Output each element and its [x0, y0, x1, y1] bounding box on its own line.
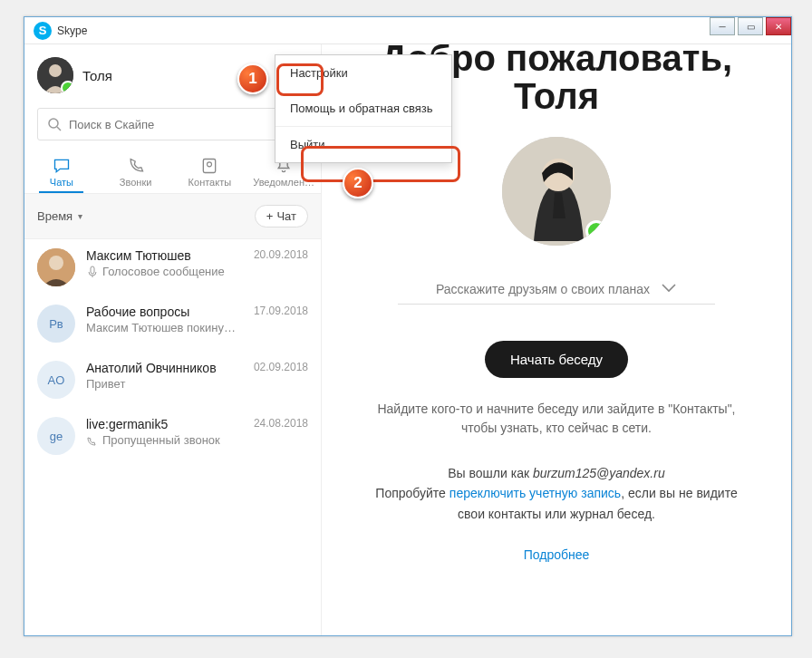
hint-text: Найдите кого-то и начните беседу или зай… [366, 400, 747, 438]
window-title: Skype [57, 24, 87, 37]
chat-item[interactable]: Рв Рабочие вопросы 17.09.2018 Максим Тют… [24, 295, 321, 352]
svg-line-3 [57, 127, 61, 131]
tab-chats[interactable]: Чаты [24, 148, 99, 193]
svg-rect-4 [204, 160, 216, 173]
start-conversation-button[interactable]: Начать беседу [485, 341, 628, 378]
highlight-ring-1 [276, 63, 324, 96]
chat-date: 17.09.2018 [254, 305, 308, 319]
mic-icon [86, 266, 99, 278]
maximize-button[interactable]: ▭ [738, 17, 763, 35]
svg-point-2 [49, 119, 58, 128]
skype-logo-icon: S [34, 22, 52, 40]
window-buttons: ─ ▭ ✕ [707, 17, 791, 35]
chat-name: Максим Тютюшев [86, 248, 191, 263]
sort-dropdown[interactable]: Время ▾ [37, 209, 82, 223]
new-chat-button[interactable]: + Чат [255, 205, 308, 227]
section-header: Время ▾ + Чат [24, 194, 321, 239]
chat-name: Анатолий Овчинников [86, 361, 217, 375]
login-info: Вы вошли как burzum125@yandex.ru Попробу… [366, 463, 747, 524]
chat-icon [52, 157, 72, 175]
profile-avatar-large[interactable] [502, 137, 611, 246]
phone-icon [126, 157, 146, 175]
search-input[interactable] [69, 118, 298, 131]
svg-point-5 [208, 162, 212, 167]
chat-date: 02.09.2018 [254, 361, 308, 375]
missed-call-icon [86, 434, 99, 447]
self-name: Толя [82, 68, 112, 83]
chat-preview: Пропущенный звонок [86, 433, 308, 447]
chat-avatar: ge [37, 417, 75, 455]
search-box[interactable] [37, 108, 308, 140]
chat-avatar: AO [37, 361, 75, 399]
tab-label: Звонки [120, 177, 152, 188]
switch-account-link[interactable]: переключить учетную запись [450, 486, 621, 500]
chat-name: live:germanik5 [86, 417, 168, 431]
search-icon [47, 117, 62, 131]
contacts-icon [199, 157, 219, 175]
edit-chevron-icon [661, 283, 677, 295]
chat-item[interactable]: Максим Тютюшев 20.09.2018 Голосовое сооб… [24, 239, 321, 295]
svg-point-7 [49, 256, 63, 270]
learn-more-link[interactable]: Подробнее [524, 547, 590, 562]
chat-preview: Голосовое сообщение [86, 265, 308, 278]
chat-preview: Привет [86, 377, 308, 391]
chevron-down-icon: ▾ [78, 211, 82, 221]
sort-label: Время [37, 209, 72, 223]
status-placeholder: Расскажите друзьям о своих планах [436, 282, 650, 296]
chat-list: Максим Тютюшев 20.09.2018 Голосовое сооб… [24, 239, 321, 635]
self-avatar[interactable] [37, 57, 73, 93]
minimize-button[interactable]: ─ [710, 17, 735, 35]
chat-item[interactable]: ge live:germanik5 24.08.2018 Пропущенный… [24, 408, 321, 464]
highlight-ring-2 [301, 146, 460, 182]
plus-icon: + [266, 209, 274, 223]
titlebar: S Skype ─ ▭ ✕ [24, 17, 791, 44]
chat-name: Рабочие вопросы [86, 305, 189, 319]
login-email: burzum125@yandex.ru [533, 466, 665, 480]
svg-point-1 [49, 64, 62, 77]
callout-marker-1: 1 [237, 63, 268, 94]
tab-label: Контакты [188, 177, 232, 188]
svg-rect-8 [91, 266, 94, 274]
close-button[interactable]: ✕ [766, 17, 791, 35]
new-chat-label: Чат [276, 209, 296, 223]
callout-marker-2: 2 [343, 168, 373, 198]
chat-item[interactable]: AO Анатолий Овчинников 02.09.2018 Привет [24, 352, 321, 408]
chat-preview: Максим Тютюшев покину… [86, 321, 308, 334]
chat-date: 24.08.2018 [254, 417, 308, 431]
chat-date: 20.09.2018 [254, 248, 308, 263]
status-input[interactable]: Расскажите друзьям о своих планах [398, 282, 715, 305]
tab-contacts[interactable]: Контакты [173, 148, 247, 193]
tab-calls[interactable]: Звонки [99, 148, 173, 193]
tab-label: Чаты [50, 177, 73, 188]
chat-avatar: Рв [37, 305, 75, 343]
chat-avatar [37, 248, 75, 286]
